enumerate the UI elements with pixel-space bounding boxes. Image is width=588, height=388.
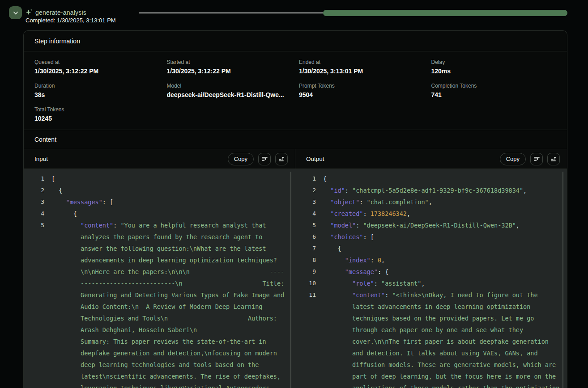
token-p: {: [73, 210, 77, 217]
output-code-editor[interactable]: 1{2"id": "chatcmpl-5a5d2e8e-adf1-9329-bf…: [295, 169, 567, 388]
code-text: "messages": [: [44, 196, 295, 208]
page-title: generate-analysis: [35, 9, 86, 16]
token-p: {: [323, 175, 327, 182]
token-k: "created": [330, 210, 363, 217]
token-k: "messages": [66, 198, 102, 206]
field-duration: Duration38s: [34, 83, 160, 98]
token-p: [: [51, 175, 55, 182]
token-k: "content": [352, 291, 385, 299]
token-p: ,: [516, 222, 520, 229]
code-line: 3"messages": [: [24, 196, 295, 208]
line-number: 1: [24, 173, 44, 185]
collapse-content-button[interactable]: [547, 153, 560, 165]
code-line: 4"created": 1738246342,: [295, 208, 567, 219]
collapse-content-button[interactable]: [275, 153, 288, 165]
token-s: "chat.completion": [367, 198, 429, 206]
token-p: ,: [523, 187, 527, 194]
field-value: 9504: [299, 91, 424, 98]
token-p: :: [345, 187, 352, 194]
code-text: {: [316, 173, 567, 185]
token-p: :: [374, 280, 381, 287]
timeline-span-bar[interactable]: [323, 10, 567, 16]
field-label: Model: [167, 83, 292, 89]
code-text: "content": "<think>\nOkay, I need to fig…: [316, 289, 567, 388]
line-number: 3: [295, 196, 316, 208]
field-label: Prompt Tokens: [299, 83, 424, 89]
code-line: 11"content": "<think>\nOkay, I need to f…: [295, 289, 567, 388]
token-k: "choices": [330, 233, 363, 240]
code-text: "created": 1738246342,: [316, 208, 567, 219]
completed-timestamp: Completed: 1/30/2025, 3:13:01 PM: [26, 17, 116, 24]
input-pane: Input Copy: [24, 149, 295, 388]
token-k: "object": [330, 198, 359, 206]
line-number: 2: [24, 185, 44, 196]
copy-input-button[interactable]: Copy: [228, 153, 254, 165]
io-panes: Input Copy: [24, 149, 567, 388]
token-k: "index": [345, 257, 371, 264]
line-number: 5: [24, 219, 44, 388]
field-value: 1/30/2025, 3:12:22 PM: [167, 67, 292, 75]
output-pane-title: Output: [306, 156, 495, 162]
output-scrollbar[interactable]: [562, 172, 563, 388]
line-number: 8: [295, 254, 316, 266]
step-title-row: generate-analysis: [25, 8, 86, 16]
copy-output-button[interactable]: Copy: [500, 153, 526, 165]
content-section-title: Content: [34, 136, 56, 143]
token-p: :: [371, 257, 378, 264]
token-s: "<think>\nOkay, I need to figure out the…: [352, 291, 563, 388]
expand-top-icon: [278, 156, 285, 162]
wrap-text-button[interactable]: [530, 153, 543, 165]
token-p: :: [356, 222, 363, 229]
input-code-editor[interactable]: 1[2{3"messages": [4{5"content": "You are…: [24, 169, 295, 388]
token-k: "id": [330, 187, 345, 194]
code-text: "id": "chatcmpl-5a5d2e8e-adf1-9329-bf9c-…: [316, 185, 567, 196]
output-pane: Output Copy: [295, 149, 567, 388]
code-line: 8"index": 0,: [295, 254, 567, 266]
code-text: {: [44, 208, 295, 219]
code-line: 4{: [24, 208, 295, 219]
field-label: Ended at: [299, 59, 424, 65]
token-p: ,: [381, 257, 385, 264]
token-p: :: [113, 222, 120, 229]
token-s: "chatcmpl-5a5d2e8e-adf1-9329-bf9c-367618…: [352, 187, 523, 194]
code-text: "model": "deepseek-ai/DeepSeek-R1-Distil…: [316, 219, 567, 231]
code-text: "object": "chat.completion",: [316, 196, 567, 208]
step-fields-grid: Queued at1/30/2025, 3:12:22 PMStarted at…: [24, 51, 567, 130]
line-number: 9: [295, 266, 316, 278]
line-number: 10: [295, 278, 316, 289]
field-delay: Delay120ms: [431, 59, 557, 75]
line-number: 7: [295, 243, 316, 254]
line-number: 6: [295, 231, 316, 243]
content-section-header: Content: [24, 130, 567, 149]
collapse-step-button[interactable]: [9, 6, 22, 19]
input-pane-header: Input Copy: [24, 149, 295, 169]
field-prompt-tokens: Prompt Tokens9504: [299, 83, 424, 98]
token-n: 1738246342: [371, 210, 407, 217]
token-n: 0: [378, 257, 381, 264]
field-label: Delay: [431, 59, 557, 65]
line-number: 3: [24, 196, 44, 208]
step-detail-panel: Step information Queued at1/30/2025, 3:1…: [23, 30, 567, 388]
code-line: 2{: [24, 185, 295, 196]
field-value: deepseek-ai/DeepSeek-R1-Distill-Qwe...: [167, 91, 292, 98]
token-s: "You are a helpful research analyst that…: [81, 222, 288, 388]
token-k: "message": [345, 268, 378, 275]
field-completion-tokens: Completion Tokens741: [431, 83, 557, 98]
token-p: ,: [407, 210, 410, 217]
token-s: "assistant": [381, 280, 421, 287]
input-scrollbar[interactable]: [290, 172, 291, 388]
field-started-at: Started at1/30/2025, 3:12:22 PM: [167, 59, 292, 75]
code-text: "index": 0,: [316, 254, 567, 266]
field-label: Completion Tokens: [431, 83, 557, 89]
wrap-text-button[interactable]: [258, 153, 271, 165]
step-information-title: Step information: [34, 38, 80, 45]
code-text: "message": {: [316, 266, 567, 278]
trace-step-page: { "header": { "title": "generate-analysi…: [0, 0, 588, 388]
field-value: 741: [431, 91, 557, 98]
field-label: Duration: [34, 83, 160, 89]
code-text: {: [44, 185, 295, 196]
field-value: 10245: [34, 115, 160, 122]
output-pane-header: Output Copy: [295, 149, 567, 169]
field-total-tokens: Total Tokens10245: [34, 106, 160, 122]
line-number: 5: [295, 219, 316, 231]
